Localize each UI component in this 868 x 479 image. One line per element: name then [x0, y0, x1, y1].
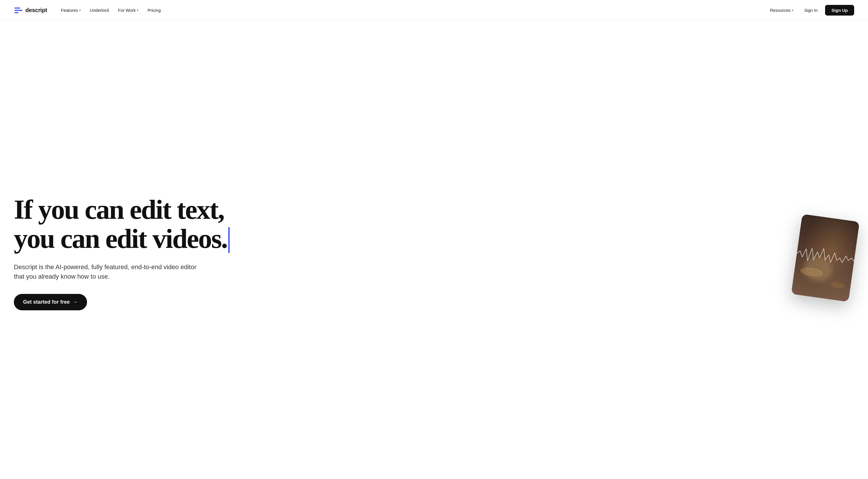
features-chevron-icon: ▾: [79, 9, 81, 12]
resources-chevron-icon: ▾: [792, 9, 793, 12]
hero-content: If you can edit text, you can edit video…: [14, 195, 250, 311]
descript-logo-icon: [14, 6, 23, 15]
hero-subtext: Descript is the AI-powered, fully featur…: [14, 262, 198, 281]
waveform-overlay: [795, 242, 856, 273]
get-started-button[interactable]: Get started for free →: [14, 294, 87, 310]
logo-text: descript: [25, 7, 47, 13]
waveform-svg: [795, 242, 856, 273]
navigation: descript Features ▾ Underlord For Work ▾…: [0, 0, 868, 21]
video-card-inner: [791, 214, 859, 302]
hero-headline: If you can edit text, you can edit video…: [14, 195, 250, 253]
svg-rect-2: [14, 12, 19, 13]
hero-section: If you can edit text, you can edit video…: [0, 21, 868, 479]
nav-underlord[interactable]: Underlord: [87, 5, 113, 15]
nav-left: descript Features ▾ Underlord For Work ▾…: [14, 5, 164, 15]
video-preview-card: [791, 214, 859, 302]
cta-arrow-icon: →: [73, 299, 78, 305]
nav-resources[interactable]: Resources ▾: [767, 5, 797, 15]
nav-links: Features ▾ Underlord For Work ▾ Pricing: [57, 5, 164, 15]
nav-for-work[interactable]: For Work ▾: [115, 5, 142, 15]
for-work-chevron-icon: ▾: [137, 9, 138, 12]
bowl-decoration-2: [830, 281, 845, 289]
sign-in-button[interactable]: Sign In: [799, 5, 823, 15]
text-cursor: [228, 227, 230, 253]
svg-rect-1: [14, 10, 23, 11]
hero-visual: [797, 218, 854, 298]
nav-pricing[interactable]: Pricing: [144, 5, 164, 15]
nav-features[interactable]: Features ▾: [57, 5, 84, 15]
sign-up-button[interactable]: Sign Up: [825, 5, 854, 15]
svg-rect-0: [14, 7, 20, 9]
nav-right: Resources ▾ Sign In Sign Up: [767, 5, 854, 15]
bowl-decoration: [800, 266, 824, 278]
logo-link[interactable]: descript: [14, 6, 47, 15]
